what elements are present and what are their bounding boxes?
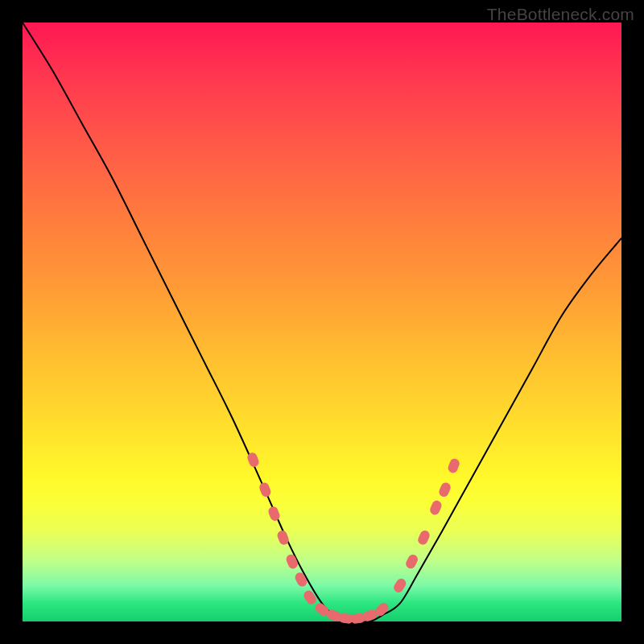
curve-marker <box>392 577 408 595</box>
curve-marker <box>258 481 272 498</box>
watermark-text: TheBottleneck.com <box>487 5 634 24</box>
curve-marker <box>404 553 419 570</box>
curve-marker <box>285 553 299 570</box>
curve-marker <box>428 499 443 516</box>
curve-marker <box>294 571 309 588</box>
curve-marker <box>267 506 282 522</box>
chart-plot-area <box>23 23 621 621</box>
curve-marker <box>416 529 431 546</box>
curve-marker <box>302 588 318 606</box>
bottleneck-curve <box>23 23 621 622</box>
curve-marker <box>437 481 452 498</box>
chart-svg <box>23 23 621 621</box>
marker-group <box>246 452 461 625</box>
curve-marker <box>447 457 461 474</box>
